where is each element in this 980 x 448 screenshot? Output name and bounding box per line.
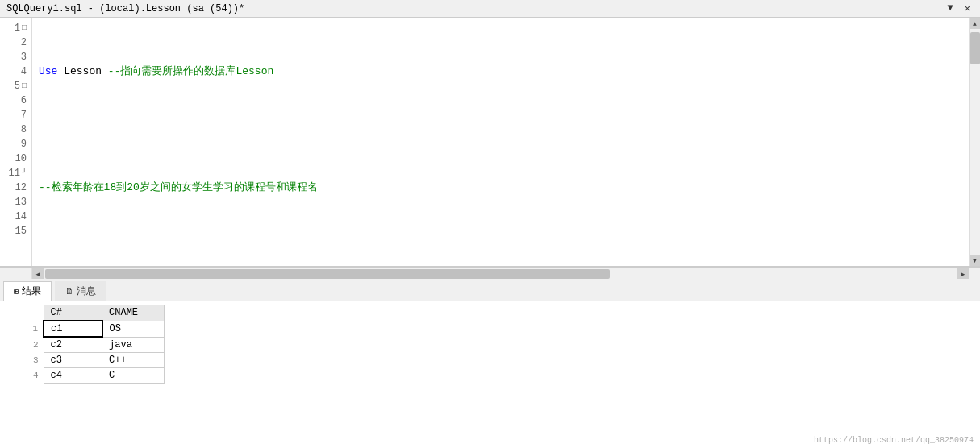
code-line-3: --检索年龄在18到20岁之间的女学生学习的课程号和课程名 xyxy=(39,180,962,195)
table-row: 1 c1 OS xyxy=(3,321,165,337)
fold-icon-5[interactable]: □ xyxy=(22,79,27,93)
pin-button[interactable]: ▼ xyxy=(945,2,957,15)
scroll-thumb-h[interactable] xyxy=(45,269,610,279)
tab-results-label: 结果 xyxy=(22,284,41,298)
scroll-thumb-v[interactable] xyxy=(970,32,980,64)
title-bar: SQLQuery1.sql - (local).Lesson (sa (54))… xyxy=(0,0,980,18)
scroll-up-button[interactable]: ▲ xyxy=(970,18,981,29)
scroll-corner xyxy=(969,268,980,280)
watermark: https://blog.csdn.net/qq_38250974 xyxy=(814,436,974,445)
scroll-down-button[interactable]: ▼ xyxy=(970,255,981,266)
line-num-8: 8 xyxy=(0,122,31,137)
code-line-1: Use Lesson --指向需要所操作的数据库Lesson xyxy=(39,64,962,79)
code-editor[interactable]: Use Lesson --指向需要所操作的数据库Lesson --检索年龄在18… xyxy=(32,18,969,266)
line-num-14: 14 xyxy=(0,209,31,224)
line-num-15: 15 xyxy=(0,224,31,239)
table-row: 2 c2 java xyxy=(3,337,165,353)
line-num-1: 1 □ xyxy=(0,21,31,35)
window-title: SQLQuery1.sql - (local).Lesson (sa (54))… xyxy=(6,3,244,15)
scroll-left-button[interactable]: ◄ xyxy=(32,268,44,280)
col-header-cname: CNAME xyxy=(102,305,165,321)
line-num-10: 10 xyxy=(0,151,31,166)
row-num-header xyxy=(3,305,44,321)
line-num-3: 3 xyxy=(0,50,31,64)
line-num-6: 6 xyxy=(0,93,31,108)
line-num-4: 4 xyxy=(0,64,31,79)
scroll-track-h[interactable] xyxy=(44,268,957,279)
results-tabs: ⊞ 结果 🗎 消息 xyxy=(0,279,980,301)
row-num-3: 3 xyxy=(3,353,44,368)
results-table: C# CNAME 1 c1 OS 2 c2 java 3 c3 xyxy=(3,305,165,384)
line-num-11: 11 ┘ xyxy=(0,166,31,180)
results-panel: ⊞ 结果 🗎 消息 C# CNAME 1 c1 OS xyxy=(0,279,980,448)
row1-ch[interactable]: c1 xyxy=(44,321,102,337)
line-num-12: 12 xyxy=(0,180,31,195)
title-bar-buttons: ▼ ✕ xyxy=(945,2,974,15)
row-num-4: 4 xyxy=(3,368,44,384)
scroll-track-v[interactable] xyxy=(970,29,980,255)
row3-cname[interactable]: C++ xyxy=(102,353,165,368)
row-num-1: 1 xyxy=(3,321,44,337)
line-num-2: 2 xyxy=(0,35,31,50)
code-line-2 xyxy=(39,122,962,137)
close-button[interactable]: ✕ xyxy=(961,2,974,15)
line-numbers: 1 □ 2 3 4 5 □ 6 7 8 9 10 11 ┘ 12 13 14 1… xyxy=(0,18,32,266)
line-num-9: 9 xyxy=(0,137,31,151)
fold-icon-11[interactable]: ┘ xyxy=(22,166,27,180)
table-row: 4 c4 C xyxy=(3,368,165,384)
row-num-2: 2 xyxy=(3,337,44,353)
row4-cname[interactable]: C xyxy=(102,368,165,384)
tab-messages-label: 消息 xyxy=(77,284,96,298)
line-num-13: 13 xyxy=(0,195,31,209)
msg-icon: 🗎 xyxy=(65,287,73,297)
line-num-7: 7 xyxy=(0,108,31,122)
code-line-4 xyxy=(39,239,962,253)
scroll-right-button[interactable]: ► xyxy=(957,268,969,280)
horizontal-scrollbar[interactable]: ◄ ► xyxy=(0,268,980,279)
row4-ch[interactable]: c4 xyxy=(44,368,102,384)
results-table-container: C# CNAME 1 c1 OS 2 c2 java 3 c3 xyxy=(0,301,980,448)
row2-ch[interactable]: c2 xyxy=(44,337,102,353)
fold-icon-1[interactable]: □ xyxy=(22,21,27,35)
table-row: 3 c3 C++ xyxy=(3,353,165,368)
h-scroll-corner-left xyxy=(0,268,32,279)
col-header-ch: C# xyxy=(44,305,102,321)
grid-icon: ⊞ xyxy=(14,287,19,297)
vertical-scrollbar[interactable]: ▲ ▼ xyxy=(969,18,980,266)
line-num-5: 5 □ xyxy=(0,79,31,93)
editor-container: 1 □ 2 3 4 5 □ 6 7 8 9 10 11 ┘ 12 13 14 1… xyxy=(0,18,980,268)
row3-ch[interactable]: c3 xyxy=(44,353,102,368)
tab-results[interactable]: ⊞ 结果 xyxy=(3,281,52,301)
tab-messages[interactable]: 🗎 消息 xyxy=(55,281,106,301)
row1-cname[interactable]: OS xyxy=(102,321,165,337)
row2-cname[interactable]: java xyxy=(102,337,165,353)
